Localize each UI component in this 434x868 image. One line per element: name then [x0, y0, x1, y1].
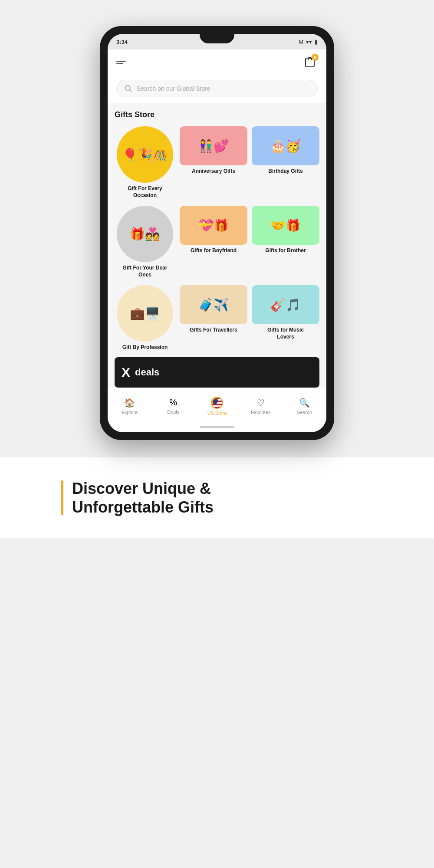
gift-grid: 🎈🎉🎊 Gift For Every Occasion 👫💕 Anniversa…	[115, 126, 319, 351]
gift-img-music: 🎸🎵	[252, 285, 319, 324]
tagline-section: Discover Unique & Unforgettable Gifts	[0, 457, 434, 538]
nav-item-favorites[interactable]: ♡ Favorites	[248, 398, 274, 415]
gift-label-music: Gifts for Music Lovers	[262, 327, 309, 340]
nav-item-us-store[interactable]: US Store	[204, 397, 230, 416]
gift-row-3: 💼🖥️ Gift By Profession 🧳✈️ Gifts For Tra…	[115, 285, 319, 351]
svg-rect-4	[212, 404, 223, 405]
tagline-wrapper: Discover Unique & Unforgettable Gifts	[61, 479, 373, 516]
search-placeholder: Search on our Global Store	[137, 85, 210, 92]
gift-label-boyfriend: Gifts for Boyfriend	[191, 247, 237, 254]
search-bar[interactable]: Search on our Global Store	[116, 80, 318, 97]
hamburger-menu[interactable]	[116, 61, 126, 64]
gift-img-dear-ones: 🎁💑	[117, 206, 173, 262]
gift-label-every-occasion: Gift For Every Occasion	[121, 185, 169, 199]
us-flag-icon	[211, 397, 223, 409]
svg-rect-7	[212, 407, 223, 408]
gift-item-brother[interactable]: 🤝🎁 Gifts for Brother	[252, 206, 319, 254]
gift-item-dear-ones[interactable]: 🎁💑 Gift For Your Dear Ones	[115, 206, 175, 278]
notch	[200, 34, 234, 43]
cart-button[interactable]: 0	[302, 55, 318, 70]
nav-item-explore[interactable]: 🏠 Explore	[116, 398, 142, 415]
tagline-line1: Discover Unique &	[72, 479, 214, 498]
nav-label-deals: Deals	[167, 409, 179, 414]
bottom-nav: 🏠 Explore % Deals	[108, 392, 326, 423]
svg-rect-6	[212, 405, 223, 407]
gift-img-birthday: 🎂🥳	[252, 126, 319, 165]
search-container: Search on our Global Store	[108, 76, 326, 103]
gift-item-music[interactable]: 🎸🎵 Gifts for Music Lovers	[252, 285, 319, 340]
deals-icon: %	[169, 398, 177, 408]
status-time: 3:34	[116, 39, 128, 45]
tagline-line2: Unforgettable Gifts	[72, 498, 214, 516]
favorites-icon: ♡	[257, 398, 265, 408]
nav-item-deals[interactable]: % Deals	[160, 398, 186, 414]
home-indicator	[200, 426, 234, 428]
gift-item-travellers[interactable]: 🧳✈️ Gifts For Travellers	[180, 285, 247, 334]
gift-label-brother: Gifts for Brother	[265, 247, 306, 254]
phone-screen: 3:34 M ▾▾ ▮ 0	[108, 34, 326, 432]
gift-label-dear-ones: Gift For Your Dear Ones	[121, 265, 169, 278]
gift-item-birthday[interactable]: 🎂🥳 Birthday Gifts	[252, 126, 319, 175]
explore-icon: 🏠	[124, 398, 135, 408]
gift-item-every-occasion[interactable]: 🎈🎉🎊 Gift For Every Occasion	[115, 126, 175, 199]
gifts-store-content: Gifts Store 🎈🎉🎊 Gift For Every Occasion …	[108, 103, 326, 388]
gift-label-anniversary: Anniversary Gifts	[192, 168, 235, 175]
wifi-icon: ▾▾	[306, 39, 312, 45]
gift-img-boyfriend: 💝🎁	[180, 206, 247, 245]
phone-frame: 3:34 M ▾▾ ▮ 0	[100, 26, 334, 440]
nav-item-search[interactable]: 🔍 Search	[292, 398, 318, 415]
section-title: Gifts Store	[115, 110, 319, 119]
gift-img-profession: 💼🖥️	[117, 285, 173, 342]
gift-img-travellers: 🧳✈️	[180, 285, 247, 324]
nav-label-explore: Explore	[122, 410, 138, 415]
gift-item-boyfriend[interactable]: 💝🎁 Gifts for Boyfriend	[180, 206, 247, 254]
gift-img-anniversary: 👫💕	[180, 126, 247, 165]
cart-badge: 0	[312, 54, 319, 61]
search-icon	[125, 85, 132, 92]
accent-bar	[61, 480, 63, 515]
gift-label-profession: Gift By Profession	[122, 344, 168, 351]
nav-label-search: Search	[297, 410, 312, 415]
top-bar: 0	[108, 49, 326, 76]
gift-img-every-occasion: 🎈🎉🎊	[117, 126, 173, 183]
gift-label-birthday: Birthday Gifts	[268, 168, 302, 175]
nav-label-favorites: Favorites	[251, 410, 270, 415]
gift-item-anniversary[interactable]: 👫💕 Anniversary Gifts	[180, 126, 247, 175]
gift-item-profession[interactable]: 💼🖥️ Gift By Profession	[115, 285, 175, 351]
battery-icon: ▮	[315, 39, 318, 45]
gift-img-brother: 🤝🎁	[252, 206, 319, 245]
nav-search-icon: 🔍	[299, 398, 310, 408]
banner-partial: X deals	[115, 357, 319, 388]
gift-row-1: 🎈🎉🎊 Gift For Every Occasion 👫💕 Anniversa…	[115, 126, 319, 199]
gift-label-travellers: Gifts For Travellers	[190, 327, 237, 334]
carrier-icon: M	[299, 39, 303, 45]
nav-label-us-store: US Store	[207, 411, 227, 416]
status-icons: M ▾▾ ▮	[299, 39, 318, 45]
gift-row-2: 🎁💑 Gift For Your Dear Ones 💝🎁 Gifts for …	[115, 206, 319, 278]
